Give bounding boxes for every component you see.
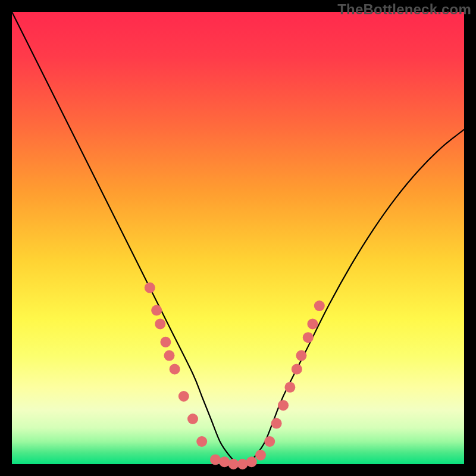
data-marker [210,454,221,465]
data-marker [292,364,302,374]
watermark-text: TheBottleneck.com [337,1,471,18]
data-marker [145,283,155,293]
plot-area [12,12,464,464]
data-marker [164,350,174,361]
data-marker [237,459,248,469]
data-marker [296,350,306,361]
bottleneck-curve [12,12,464,465]
marker-group [145,283,325,469]
data-marker [178,391,189,402]
data-marker [284,382,295,393]
data-marker [170,364,180,374]
data-marker [187,414,198,424]
chart-svg [12,12,464,464]
data-marker [196,436,207,447]
data-marker [160,337,171,347]
data-marker [155,318,165,329]
data-marker [307,318,318,329]
data-marker [303,332,314,343]
data-marker [264,436,275,447]
data-marker [314,300,325,311]
data-marker [255,450,266,461]
data-marker [151,305,162,316]
data-marker [219,456,230,467]
data-marker [278,400,289,411]
chart-frame [12,12,464,464]
data-marker [246,456,257,467]
data-marker [271,418,282,429]
